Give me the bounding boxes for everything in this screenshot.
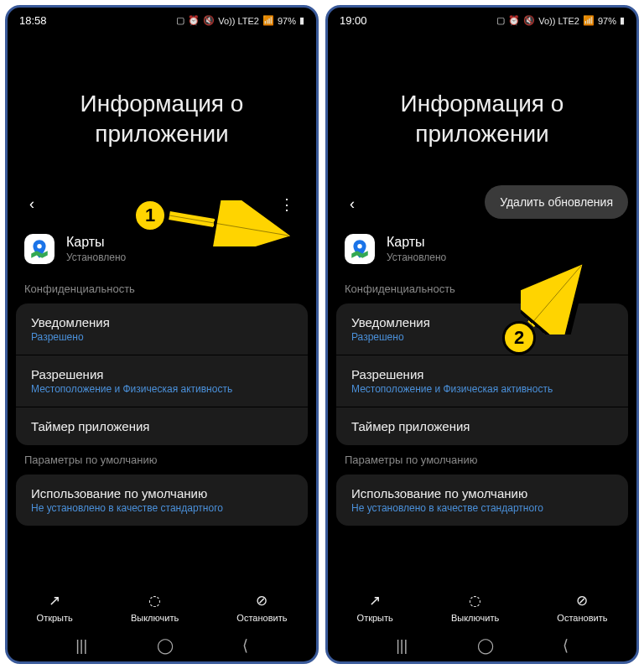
battery-pct: 97% (598, 16, 616, 26)
svg-line-2 (169, 215, 288, 236)
stop-icon: ⊘ (256, 592, 267, 609)
back-button[interactable]: ‹ (343, 192, 361, 216)
status-icons: ▢ ⏰ 🔇 Vo)) LTE2 📶 97% ▮ (176, 15, 304, 26)
disable-button[interactable]: ◌ Выключить (131, 592, 179, 623)
item-title: Уведомления (31, 315, 293, 329)
phone-left: 18:58 ▢ ⏰ 🔇 Vo)) LTE2 📶 97% ▮ Информация… (5, 5, 319, 664)
item-timer[interactable]: Таймер приложения (16, 407, 308, 445)
status-bar: 18:58 ▢ ⏰ 🔇 Vo)) LTE2 📶 97% ▮ (8, 8, 316, 30)
page-title: Информация о приложении (8, 30, 316, 192)
phone-right: 19:00 ▢ ⏰ 🔇 Vo)) LTE2 📶 97% ▮ Информация… (325, 5, 639, 664)
item-sub: Местоположение и Физическая активность (351, 383, 613, 395)
open-label: Открыть (37, 613, 73, 623)
battery-icon: ▮ (620, 15, 625, 26)
nav-home[interactable]: ◯ (157, 636, 174, 655)
mute-icon: 🔇 (203, 15, 215, 26)
item-sub: Не установлено в качестве стандартного (351, 502, 613, 514)
mute-icon: 🔇 (523, 15, 535, 26)
item-title: Разрешения (31, 367, 293, 381)
nav-bar: ||| ◯ ⟨ (8, 628, 316, 661)
nav-bar: ||| ◯ ⟨ (328, 628, 636, 661)
network-label: Vo)) LTE2 (218, 16, 259, 26)
app-info: Карты Установлено (66, 235, 126, 263)
panel-defaults: Использование по умолчанию Не установлен… (16, 475, 308, 526)
svg-point-0 (37, 244, 41, 248)
bottom-actions: ↗ Открыть ◌ Выключить ⊘ Остановить (8, 583, 316, 628)
signal-icon: 📶 (583, 15, 595, 26)
disable-icon: ◌ (148, 592, 161, 609)
network-label: Vo)) LTE2 (538, 16, 579, 26)
item-timer[interactable]: Таймер приложения (336, 407, 628, 445)
app-info: Карты Установлено (387, 235, 446, 263)
item-sub: Местоположение и Физическая активность (31, 383, 293, 395)
item-sub: Разрешено (31, 331, 293, 343)
status-icons: ▢ ⏰ 🔇 Vo)) LTE2 📶 97% ▮ (496, 15, 625, 26)
stop-button[interactable]: ⊘ Остановить (236, 592, 287, 623)
item-permissions[interactable]: Разрешения Местоположение и Физическая а… (336, 355, 628, 407)
panel-privacy: Уведомления Разрешено Разрешения Местопо… (16, 303, 308, 445)
bottom-actions: ↗ Открыть ◌ Выключить ⊘ Остановить (328, 583, 636, 628)
app-name: Карты (66, 235, 126, 250)
alarm-icon: ⏰ (188, 15, 200, 26)
section-privacy-label: Конфиденциальность (8, 277, 316, 300)
alarm-icon: ⏰ (508, 15, 520, 26)
section-defaults-label: Параметры по умолчанию (328, 449, 636, 471)
item-notifications[interactable]: Уведомления Разрешено (16, 303, 308, 355)
annotation-arrow-2 (521, 251, 605, 334)
stop-label: Остановить (557, 613, 607, 623)
stop-icon: ⊘ (576, 592, 588, 609)
battery-pct: 97% (278, 16, 296, 26)
item-title: Таймер приложения (31, 419, 293, 433)
app-name: Карты (387, 235, 446, 250)
nav-recents[interactable]: ||| (75, 637, 87, 655)
disable-label: Выключить (451, 613, 499, 623)
picture-icon: ▢ (496, 15, 505, 26)
item-default-use[interactable]: Использование по умолчанию Не установлен… (16, 475, 308, 526)
popup-uninstall-updates[interactable]: Удалить обновления (485, 185, 628, 219)
item-title: Использование по умолчанию (31, 486, 293, 500)
nav-home[interactable]: ◯ (477, 636, 494, 655)
nav-recents[interactable]: ||| (396, 637, 408, 655)
app-status: Установлено (387, 252, 446, 263)
svg-line-5 (531, 266, 581, 324)
open-button[interactable]: ↗ Открыть (357, 592, 393, 623)
open-button[interactable]: ↗ Открыть (37, 592, 73, 623)
disable-button[interactable]: ◌ Выключить (451, 592, 499, 623)
app-icon (345, 234, 375, 264)
stop-label: Остановить (236, 613, 287, 623)
item-sub: Не установлено в качестве стандартного (31, 502, 293, 514)
page-title: Информация о приложении (328, 30, 636, 192)
nav-back[interactable]: ⟨ (563, 636, 569, 655)
item-title: Разрешения (351, 367, 613, 381)
nav-back[interactable]: ⟨ (242, 636, 248, 655)
app-status: Установлено (66, 252, 126, 263)
annotation-arrow-1 (163, 200, 301, 246)
back-button[interactable]: ‹ (23, 192, 41, 216)
stop-button[interactable]: ⊘ Остановить (557, 592, 607, 623)
item-permissions[interactable]: Разрешения Местоположение и Физическая а… (16, 355, 308, 407)
annotation-badge-2: 2 (502, 321, 536, 355)
svg-point-3 (357, 244, 361, 248)
picture-icon: ▢ (176, 15, 184, 26)
signal-icon: 📶 (262, 15, 274, 26)
item-title: Использование по умолчанию (351, 486, 613, 500)
item-title: Таймер приложения (351, 419, 613, 433)
app-icon (24, 234, 55, 264)
status-time: 18:58 (19, 14, 47, 27)
status-bar: 19:00 ▢ ⏰ 🔇 Vo)) LTE2 📶 97% ▮ (328, 8, 636, 30)
panel-defaults: Использование по умолчанию Не установлен… (336, 475, 628, 526)
disable-icon: ◌ (469, 592, 481, 609)
open-icon: ↗ (369, 592, 381, 609)
disable-label: Выключить (131, 613, 179, 623)
battery-icon: ▮ (299, 15, 304, 26)
annotation-badge-1: 1 (133, 199, 167, 232)
status-time: 19:00 (340, 14, 367, 27)
open-label: Открыть (357, 613, 393, 623)
item-default-use[interactable]: Использование по умолчанию Не установлен… (336, 475, 628, 526)
section-defaults-label: Параметры по умолчанию (8, 449, 316, 471)
header-row: ‹ ⋮ Удалить обновления (328, 192, 636, 227)
open-icon: ↗ (49, 592, 60, 609)
